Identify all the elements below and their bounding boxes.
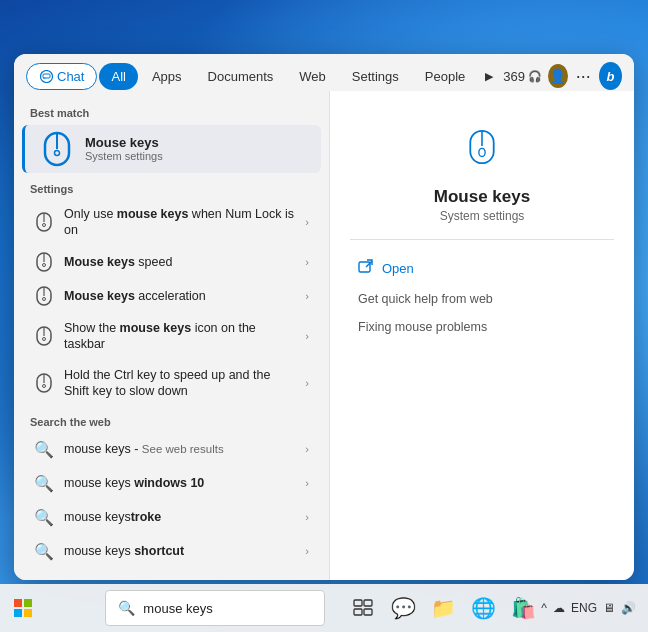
headset-icon: 🎧 — [528, 70, 542, 83]
web-item-2-text: mouse keys windows 10 — [64, 475, 295, 491]
volume-icon: 🔊 — [621, 601, 636, 615]
svg-rect-23 — [359, 262, 370, 272]
web-item-4[interactable]: 🔍 mouse keys shortcut › — [18, 534, 325, 568]
svg-point-22 — [479, 148, 485, 156]
tab-bar: Chat All Apps Documents Web Settings Peo… — [14, 54, 634, 91]
tab-chat-label: Chat — [57, 69, 84, 84]
settings-item-2[interactable]: Mouse keys speed › — [18, 245, 325, 279]
tab-apps-label: Apps — [152, 69, 182, 84]
mouse-icon-3 — [34, 286, 54, 306]
web-chevron-4: › — [305, 545, 309, 557]
cloud-icon: ☁ — [553, 601, 565, 615]
taskview-button[interactable] — [345, 590, 381, 626]
edge-button[interactable]: 🌐 — [465, 590, 501, 626]
best-match-label: Best match — [14, 103, 329, 125]
best-match-item[interactable]: Mouse keys System settings — [22, 125, 321, 173]
taskbar-search-text: mouse keys — [143, 601, 212, 616]
open-label: Open — [382, 261, 414, 276]
web-item-3-text: mouse keystroke — [64, 509, 295, 525]
file-explorer-icon: 📁 — [431, 596, 456, 620]
tab-people[interactable]: People — [413, 63, 477, 90]
fix-problems-link[interactable]: Fixing mouse problems — [350, 313, 614, 341]
user-avatar[interactable]: 👤 — [548, 64, 568, 88]
svg-rect-1 — [43, 74, 50, 78]
best-match-text: Mouse keys System settings — [85, 135, 163, 162]
mouse-icon-5 — [34, 373, 54, 393]
right-panel: Mouse keys System settings Open Get quic… — [329, 91, 634, 581]
web-item-2[interactable]: 🔍 mouse keys windows 10 › — [18, 466, 325, 500]
search-icon-4: 🔍 — [34, 541, 54, 561]
settings-item-5[interactable]: Hold the Ctrl key to speed up and the Sh… — [18, 360, 325, 407]
chevron-icon-5: › — [305, 377, 309, 389]
web-item-1[interactable]: 🔍 mouse keys - See web results › — [18, 432, 325, 466]
bing-button[interactable]: b — [599, 62, 622, 90]
settings-item-2-text: Mouse keys speed — [64, 254, 295, 270]
settings-item-4[interactable]: Show the mouse keys icon on the taskbar … — [18, 313, 325, 360]
tab-documents[interactable]: Documents — [196, 63, 286, 90]
taskbar-search-box[interactable]: 🔍 mouse keys — [105, 590, 325, 626]
tab-all[interactable]: All — [99, 63, 137, 90]
web-section-label: Search the web — [14, 406, 329, 432]
svg-point-7 — [43, 223, 46, 226]
more-options-icon[interactable]: ··· — [570, 62, 597, 91]
quick-help-link[interactable]: Get quick help from web — [350, 285, 614, 313]
svg-point-13 — [43, 298, 46, 301]
search-icon-1: 🔍 — [34, 439, 54, 459]
chevron-up-icon[interactable]: ^ — [541, 601, 547, 615]
taskbar: 🔍 mouse keys 💬 📁 🌐 🛍️ — [0, 584, 648, 632]
tab-web[interactable]: Web — [287, 63, 338, 90]
detail-subtitle: System settings — [440, 209, 525, 223]
chevron-icon-3: › — [305, 290, 309, 302]
bing-icon: b — [606, 69, 614, 84]
web-chevron-1: › — [305, 443, 309, 455]
tab-settings[interactable]: Settings — [340, 63, 411, 90]
mouse-icon-2 — [34, 252, 54, 272]
teams-button[interactable]: 💬 — [385, 590, 421, 626]
play-icon: ▶ — [481, 64, 497, 89]
web-item-4-text: mouse keys shortcut — [64, 543, 295, 559]
open-action[interactable]: Open — [350, 252, 614, 285]
settings-item-5-text: Hold the Ctrl key to speed up and the Sh… — [64, 367, 295, 400]
web-chevron-3: › — [305, 511, 309, 523]
detail-title: Mouse keys — [434, 187, 530, 207]
tab-chat[interactable]: Chat — [26, 63, 97, 90]
taskview-icon — [353, 599, 373, 617]
tab-web-label: Web — [299, 69, 326, 84]
store-icon: 🛍️ — [511, 596, 536, 620]
left-panel: Best match Mouse keys System settings Se… — [14, 91, 329, 581]
taskbar-search-icon: 🔍 — [118, 600, 135, 616]
svg-point-19 — [43, 384, 46, 387]
settings-item-3[interactable]: Mouse keys acceleration › — [18, 279, 325, 313]
lang-label: ENG — [571, 601, 597, 615]
tab-apps[interactable]: Apps — [140, 63, 194, 90]
search-popup: Chat All Apps Documents Web Settings Peo… — [14, 54, 634, 581]
svg-rect-26 — [14, 609, 22, 617]
store-button[interactable]: 🛍️ — [505, 590, 541, 626]
svg-point-16 — [43, 338, 46, 341]
file-explorer-button[interactable]: 📁 — [425, 590, 461, 626]
search-icon-3: 🔍 — [34, 507, 54, 527]
main-content: Best match Mouse keys System settings Se… — [14, 91, 634, 581]
web-item-1-text: mouse keys - See web results — [64, 441, 295, 457]
chat-icon — [39, 69, 53, 83]
detail-divider — [350, 239, 614, 240]
chevron-icon-2: › — [305, 256, 309, 268]
best-match-subtitle: System settings — [85, 150, 163, 162]
tab-all-label: All — [111, 69, 125, 84]
svg-rect-25 — [24, 599, 32, 607]
display-icon: 🖥 — [603, 601, 615, 615]
settings-item-1-text: Only use mouse keys when Num Lock is on — [64, 206, 295, 239]
search-icon-2: 🔍 — [34, 473, 54, 493]
web-chevron-2: › — [305, 477, 309, 489]
svg-rect-28 — [354, 600, 362, 606]
taskbar-right: ^ ☁ ENG 🖥 🔊 — [541, 601, 648, 615]
web-item-3[interactable]: 🔍 mouse keystroke › — [18, 500, 325, 534]
tab-settings-label: Settings — [352, 69, 399, 84]
chevron-icon-1: › — [305, 216, 309, 228]
tab-people-label: People — [425, 69, 465, 84]
start-button[interactable] — [0, 584, 45, 632]
settings-item-4-text: Show the mouse keys icon on the taskbar — [64, 320, 295, 353]
quick-help-text: Get quick help from web — [358, 292, 493, 306]
settings-item-3-text: Mouse keys acceleration — [64, 288, 295, 304]
settings-item-1[interactable]: Only use mouse keys when Num Lock is on … — [18, 199, 325, 246]
